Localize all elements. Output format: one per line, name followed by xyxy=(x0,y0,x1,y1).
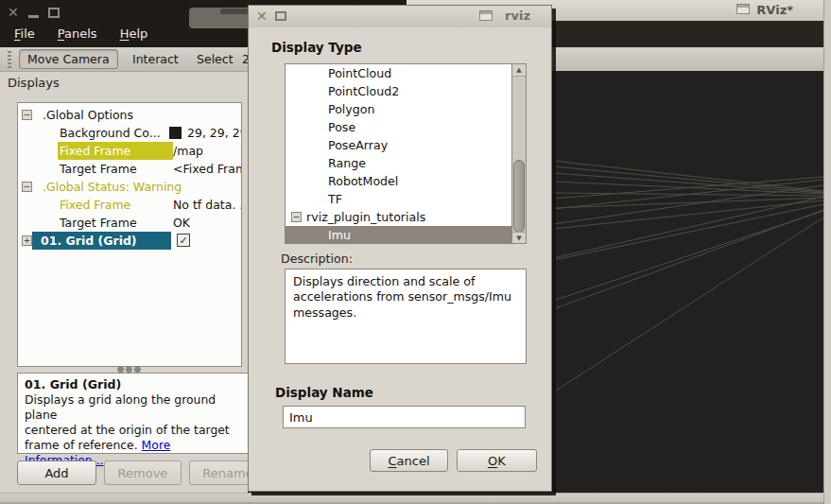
panel-splitter-handle[interactable]: ●●● xyxy=(17,366,242,373)
collapse-icon[interactable]: − xyxy=(291,212,302,222)
selection-text: Displays a grid along the ground plane c… xyxy=(25,392,230,452)
tree-cell-value[interactable]: 29, 29, 29 xyxy=(187,124,242,142)
ok-button[interactable]: OK xyxy=(457,449,537,472)
remove-button: Remove xyxy=(104,461,182,485)
display-type-item-label: RobotModel xyxy=(328,172,398,190)
menu-item-help[interactable]: Help xyxy=(120,26,148,41)
tree-cell-value[interactable]: OK xyxy=(173,214,190,232)
tree-cell-name: Target Frame xyxy=(60,214,137,232)
display-type-item-robotmodel[interactable]: RobotModel xyxy=(286,172,526,190)
tree-row-global-status-warning[interactable]: −.Global Status: Warning xyxy=(18,178,241,196)
main-window-title: RViz* xyxy=(756,3,793,17)
display-type-label: Display Type xyxy=(271,40,362,55)
tree-row-global-options[interactable]: −.Global Options xyxy=(18,106,241,124)
list-scrollbar[interactable]: ▲ ▼ xyxy=(511,64,526,243)
window-bottom-border xyxy=(0,493,831,504)
add-button[interactable]: Add xyxy=(17,461,96,485)
collapse-icon[interactable]: − xyxy=(22,182,32,192)
display-type-list: PointCloudPointCloud2PolygonPosePoseArra… xyxy=(285,63,527,244)
color-swatch[interactable] xyxy=(169,127,182,139)
toolbar-grip-handle[interactable] xyxy=(8,51,11,68)
display-name-label: Display Name xyxy=(275,385,373,400)
toolbar-button-select[interactable]: Select xyxy=(189,49,241,69)
tree-row-target-frame[interactable]: Target Frame<Fixed Fram. xyxy=(18,160,241,178)
cancel-button[interactable]: Cancel xyxy=(370,449,448,472)
tree-cell-name: .Global Status: Warning xyxy=(43,178,182,196)
scroll-up-icon[interactable]: ▲ xyxy=(512,64,526,77)
display-type-item-label: Polygon xyxy=(328,100,374,118)
window-right-border xyxy=(823,0,831,504)
display-type-item-polygon[interactable]: Polygon xyxy=(286,100,526,118)
selection-description: 01. Grid (Grid) Displays a grid along th… xyxy=(17,373,253,454)
scrollbar-thumb[interactable] xyxy=(513,160,525,233)
tree-cell-value[interactable]: No tf data. .. xyxy=(173,196,242,214)
dialog-title: rviz xyxy=(505,9,530,23)
tree-row-01-grid-grid[interactable]: +01. Grid (Grid)✓ xyxy=(18,232,241,250)
display-type-item-pointcloud[interactable]: PointCloud xyxy=(286,64,526,82)
tree-row-target-frame[interactable]: Target FrameOK xyxy=(18,214,241,232)
display-type-item-label: Pose xyxy=(328,118,355,136)
expand-icon[interactable]: + xyxy=(22,235,32,246)
dialog-close-icon[interactable]: ✕ xyxy=(256,9,268,24)
displays-panel-title: Displays xyxy=(8,76,60,90)
minimize-icon[interactable] xyxy=(28,15,39,18)
tree-row-background-co[interactable]: Background Co...29, 29, 29 xyxy=(18,124,241,142)
display-type-item-label: PoseArray xyxy=(328,136,388,154)
tree-cell-name: .Global Options xyxy=(43,106,133,124)
menu-item-panels[interactable]: Panels xyxy=(58,26,97,41)
display-type-item-range[interactable]: Range xyxy=(286,154,526,172)
window-icon xyxy=(736,4,750,14)
menu-item-file[interactable]: File xyxy=(14,26,35,41)
collapse-icon[interactable]: − xyxy=(22,110,32,120)
tree-row-fixed-frame[interactable]: Fixed FrameNo tf data. .. xyxy=(18,196,241,214)
tree-cell-value[interactable]: /map xyxy=(173,142,203,160)
displays-tree: −.Global OptionsBackground Co...29, 29, … xyxy=(17,102,242,367)
selection-title: 01. Grid (Grid) xyxy=(25,377,121,391)
menu-bar: FilePanelsHelp xyxy=(14,26,147,41)
description-text: Displays direction and scale of accelera… xyxy=(285,269,527,364)
dialog-maximize-icon[interactable] xyxy=(275,11,286,21)
description-label: Description: xyxy=(281,252,353,266)
display-type-item-tf[interactable]: TF xyxy=(286,190,526,208)
tree-cell-name: Fixed Frame xyxy=(60,142,130,160)
toolbar-button-move-camera[interactable]: Move Camera xyxy=(19,49,118,69)
display-type-item-label: TF xyxy=(328,190,342,208)
display-type-item-label: Imu xyxy=(328,226,351,244)
dialog-titlebar[interactable]: ✕ rviz xyxy=(249,6,551,27)
display-type-item-pose[interactable]: Pose xyxy=(286,118,526,136)
display-type-item-imu[interactable]: Imu xyxy=(286,226,526,244)
tree-row-fixed-frame[interactable]: Fixed Frame/map xyxy=(18,142,241,160)
close-icon[interactable]: ✕ xyxy=(8,6,19,19)
tree-cell-name: Target Frame xyxy=(60,160,137,178)
scroll-down-icon[interactable]: ▼ xyxy=(512,232,526,243)
display-name-input[interactable]: Imu xyxy=(283,406,526,428)
maximize-icon[interactable] xyxy=(48,8,60,18)
toolbar-button-interact[interactable]: Interact xyxy=(125,49,186,69)
tree-cell-name: Fixed Frame xyxy=(60,196,130,214)
ground-grid xyxy=(553,71,823,493)
enabled-checkbox[interactable]: ✓ xyxy=(177,234,190,247)
display-type-item-label: PointCloud2 xyxy=(328,82,399,100)
display-type-item-label: PointCloud xyxy=(328,64,391,82)
display-type-item-label: Range xyxy=(328,154,366,172)
display-type-item-rviz_plugin_tutorials[interactable]: −rviz_plugin_tutorials xyxy=(286,208,526,226)
display-type-item-label: rviz_plugin_tutorials xyxy=(306,208,425,226)
dialog-window-icon xyxy=(479,10,493,21)
tree-cell-value[interactable]: <Fixed Fram. xyxy=(173,160,242,178)
add-display-dialog: ✕ rviz Display Type PointCloudPointCloud… xyxy=(248,5,552,492)
tree-cell-name: 01. Grid (Grid) xyxy=(41,232,137,250)
display-type-item-pointcloud2[interactable]: PointCloud2 xyxy=(286,82,526,100)
tree-cell-name: Background Co... xyxy=(60,124,161,142)
display-type-item-posearray[interactable]: PoseArray xyxy=(286,136,526,154)
